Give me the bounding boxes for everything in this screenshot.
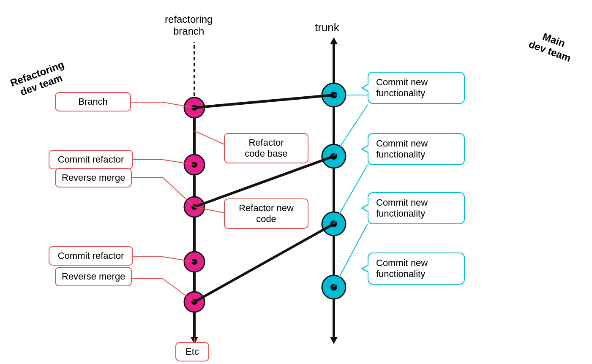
svg-line-35 <box>163 177 194 207</box>
svg-line-17 <box>194 95 334 108</box>
reverse-merge-2-box: Reverse merge <box>55 267 132 286</box>
svg-marker-6 <box>330 37 338 44</box>
svg-line-46 <box>334 165 368 224</box>
commit-2-bubble: Commit newfunctionality <box>368 133 465 165</box>
commit-3-bubble: Commit newfunctionality <box>368 192 465 224</box>
refactoring-branch-label: refactoringbranch <box>165 14 213 37</box>
svg-line-19 <box>194 224 334 302</box>
commit-4-bubble: Commit newfunctionality <box>368 253 465 285</box>
commit-refactor-1-box: Commit refactor <box>49 150 133 169</box>
reverse-merge-1-box: Reverse merge <box>55 168 132 187</box>
svg-line-41 <box>163 279 194 302</box>
refactor-new-code-box: Refactor newcode <box>224 198 308 229</box>
etc-box: Etc <box>175 342 209 361</box>
trunk-label: trunk <box>315 21 339 34</box>
diagram: refactoringbranch trunk Refactoringdev t… <box>0 0 592 364</box>
commit-1-bubble: Commit newfunctionality <box>368 72 465 104</box>
refactor-code-base-box: Refactorcode base <box>224 133 308 163</box>
branch-box: Branch <box>55 92 131 111</box>
commit-refactor-2-box: Commit refactor <box>49 246 133 266</box>
svg-marker-7 <box>330 337 338 344</box>
